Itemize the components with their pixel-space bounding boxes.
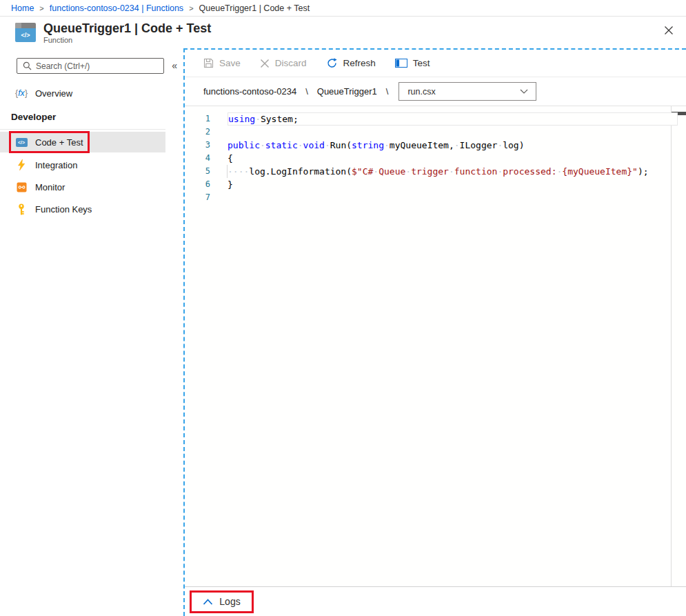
test-panel-icon [395,59,407,68]
page-header: </> QueueTrigger1 | Code + Test Function [0,17,686,48]
toolbar: Save Discard Refresh Test [185,50,686,77]
path-separator: \ [305,86,308,97]
line-number: 5 [185,165,210,178]
code-text: public·static·void·Run(string·myQueueIte… [228,139,678,152]
file-path-bar: functions-contoso-0234 \ QueueTrigger1 \… [185,77,686,106]
discard-label: Discard [275,58,307,68]
breadcrumb-separator: > [189,4,193,12]
path-separator: \ [386,86,389,97]
line-number: 3 [185,139,210,152]
breadcrumb: Home > functions-contoso-0234 | Function… [0,0,686,17]
test-label: Test [413,58,430,68]
refresh-label: Refresh [343,58,376,68]
key-icon [15,203,28,215]
discard-button[interactable]: Discard [260,58,307,68]
sidebar-item-label: Overview [35,88,72,99]
test-button[interactable]: Test [395,58,430,68]
function-name: QueueTrigger1 [317,86,377,97]
line-number: 6 [185,178,210,191]
file-select-dropdown[interactable]: run.csx [399,82,536,101]
discard-x-icon [260,59,270,68]
sidebar-item-label: Code + Test [35,137,83,148]
function-code-icon: </> [15,23,36,42]
close-icon[interactable] [661,23,676,38]
sidebar-item-label: Monitor [35,182,65,192]
code-editor[interactable]: 1using·System;23public·static·void·Run(s… [185,106,686,586]
fx-overview-icon: {fx} [15,88,28,98]
selected-file: run.csx [407,87,435,97]
refresh-icon [326,57,338,69]
code-text: ····log.LogInformation($"C#·Queue·trigge… [228,165,678,178]
logs-bar: Logs [185,586,686,616]
code-line[interactable]: 2 [185,126,686,139]
chevron-down-icon [520,89,528,94]
save-label: Save [219,58,241,68]
search-input[interactable] [36,61,163,71]
breadcrumb-home-link[interactable]: Home [11,3,34,13]
lightning-icon [15,159,28,170]
monitor-icon [15,182,28,192]
code-line[interactable]: 6} [185,178,686,191]
code-text: } [228,178,678,191]
page-subtitle: Function [43,36,211,44]
code-line[interactable]: 4{ [185,152,686,165]
code-lines: 1using·System;23public·static·void·Run(s… [185,112,686,204]
breadcrumb-functions-link[interactable]: functions-contoso-0234 | Functions [50,3,183,13]
sidebar-item-code-test[interactable]: </> Code + Test [0,132,165,152]
chevron-up-icon [203,599,213,605]
line-number: 7 [185,191,210,204]
refresh-button[interactable]: Refresh [326,57,376,69]
logs-label: Logs [219,596,240,607]
search-icon [23,61,32,70]
sidebar-search[interactable] [17,58,164,74]
code-text: using·System; [228,112,678,126]
code-text [228,191,678,204]
line-number: 4 [185,152,210,165]
page-title: QueueTrigger1 | Code + Test [43,21,211,35]
editor-scrollbar[interactable] [671,106,686,586]
code-test-icon: </> [15,138,28,147]
code-text [228,126,678,139]
code-text: { [228,152,678,165]
breadcrumb-separator: > [39,4,43,12]
sidebar-item-monitor[interactable]: Monitor [0,177,165,197]
save-icon [203,58,214,68]
sidebar-item-label: Function Keys [35,204,92,215]
logs-toggle-button[interactable]: Logs [190,590,254,613]
sidebar: « {fx} Overview Developer </> Code + Tes… [0,48,183,616]
sidebar-item-function-keys[interactable]: Function Keys [0,199,165,219]
line-number: 2 [185,126,210,139]
code-line[interactable]: 7 [185,191,686,204]
line-number: 1 [185,112,210,126]
sidebar-item-integration[interactable]: Integration [0,155,165,175]
code-line[interactable]: 3public·static·void·Run(string·myQueueIt… [185,139,686,152]
sidebar-item-label: Integration [35,160,77,170]
code-line[interactable]: 1using·System; [185,112,686,126]
divider [0,129,165,130]
collapse-sidebar-icon[interactable]: « [172,59,177,72]
app-name: functions-contoso-0234 [203,86,296,97]
breadcrumb-current: QueueTrigger1 | Code + Test [199,3,310,13]
code-test-pane: Save Discard Refresh Test functions-cont [183,48,686,616]
code-line[interactable]: 5····log.LogInformation($"C#·Queue·trigg… [185,165,686,178]
sidebar-item-overview[interactable]: {fx} Overview [0,83,165,103]
save-button[interactable]: Save [203,58,241,68]
sidebar-section-developer: Developer [11,112,56,122]
